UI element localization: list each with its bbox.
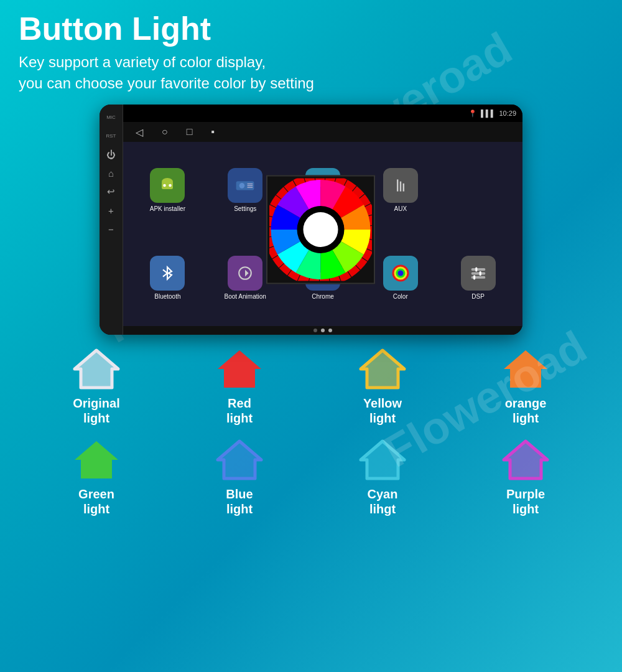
rst-label: RST <box>105 129 118 142</box>
screen: 📍 ▌▌▌ 10:29 ◁ ○ □ ▪ APK install <box>123 105 522 335</box>
color-label: Color <box>393 293 408 300</box>
svg-point-32 <box>304 212 338 247</box>
svg-marker-38 <box>504 350 547 388</box>
dot-3 <box>328 329 332 332</box>
settings-label: Settings <box>234 205 256 212</box>
page-dots <box>123 326 522 335</box>
house-icon-blue <box>215 438 264 482</box>
lights-section: Original light Redlight Yellowlight oran… <box>0 335 622 523</box>
svg-rect-4 <box>164 179 165 182</box>
boot-animation-icon <box>228 256 262 291</box>
recents-nav-icon[interactable]: □ <box>187 126 193 138</box>
status-bar: 📍 ▌▌▌ 10:29 <box>123 105 522 122</box>
cyan-light-label: Cyanlihgt <box>368 487 398 516</box>
svg-point-7 <box>239 183 245 189</box>
house-icon-original <box>72 347 121 391</box>
subtitle-line1: Key support a variety of color display, <box>19 54 266 70</box>
status-right: 📍 ▌▌▌ 10:29 <box>468 110 516 118</box>
signal-icon: ▌▌▌ <box>481 110 495 117</box>
svg-rect-27 <box>475 268 477 272</box>
dsp-icon <box>461 256 496 291</box>
settings-icon <box>228 168 262 203</box>
dot-2 <box>321 329 325 332</box>
home-button[interactable]: ⌂ <box>105 167 118 179</box>
subtitle-line2: you can choose your favorite color by se… <box>19 75 314 91</box>
yellow-light-label: Yellowlight <box>363 396 402 426</box>
purple-light-label: Purplelight <box>506 487 545 516</box>
nav-bar: ◁ ○ □ ▪ <box>123 122 522 142</box>
light-orange: orangelight <box>454 347 597 426</box>
boot-animation-label: Boot Animation <box>225 293 266 300</box>
svg-point-3 <box>169 184 172 187</box>
side-buttons-panel: MIC RST ⏻ ⌂ ↩ + − <box>100 105 123 335</box>
aux-label: AUX <box>394 205 407 212</box>
app-empty <box>441 148 515 232</box>
dsp-label: DSP <box>471 293 485 300</box>
back-nav-icon[interactable]: ◁ <box>136 126 143 138</box>
app-grid: APK installer Settings 360° 360° View <box>123 142 522 326</box>
house-icon-cyan <box>358 438 407 482</box>
svg-marker-37 <box>361 350 404 388</box>
app-dsp[interactable]: DSP <box>441 236 515 320</box>
original-light-label: Original light <box>73 396 120 426</box>
blue-light-label: Bluelight <box>226 487 253 516</box>
menu-nav-icon[interactable]: ▪ <box>211 126 215 138</box>
svg-point-23 <box>397 271 403 276</box>
device-container: MIC RST ⏻ ⌂ ↩ + − 📍 ▌▌▌ 10:29 ◁ ○ □ <box>0 105 622 335</box>
apk-installer-icon <box>150 168 185 203</box>
car-radio-device: MIC RST ⏻ ⌂ ↩ + − 📍 ▌▌▌ 10:29 ◁ ○ □ <box>100 105 522 335</box>
svg-rect-5 <box>170 179 171 182</box>
svg-marker-45 <box>504 441 547 478</box>
light-cyan: Cyanlihgt <box>311 438 454 516</box>
red-light-label: Redlight <box>226 396 253 426</box>
bluetooth-icon <box>150 256 185 291</box>
light-red: Redlight <box>168 347 311 426</box>
page-title: Button Light <box>19 11 603 47</box>
location-icon: 📍 <box>468 110 477 118</box>
svg-rect-29 <box>473 276 475 280</box>
svg-marker-35 <box>218 350 261 388</box>
house-icon-purple <box>501 438 550 482</box>
house-icon-orange <box>501 347 550 391</box>
time-display: 10:29 <box>499 110 516 117</box>
svg-marker-43 <box>361 441 404 478</box>
vol-up-button[interactable]: + <box>105 204 118 217</box>
svg-point-2 <box>164 184 167 187</box>
house-icon-red <box>215 347 264 391</box>
orange-light-label: orangelight <box>505 396 547 426</box>
light-original: Original light <box>25 347 168 426</box>
apk-installer-label: APK installer <box>150 205 185 212</box>
svg-marker-34 <box>75 350 118 388</box>
subtitle: Key support a variety of color display, … <box>19 52 603 93</box>
dot-1 <box>313 329 317 332</box>
app-apk-installer[interactable]: APK installer <box>131 148 205 232</box>
bluetooth-label: Bluetooth <box>154 293 180 300</box>
mic-label: MIC <box>105 111 118 123</box>
light-green: Greenlight <box>25 438 168 516</box>
color-icon <box>383 256 418 291</box>
house-icon-green <box>72 438 121 482</box>
power-button[interactable]: ⏻ <box>105 148 118 161</box>
svg-marker-41 <box>218 441 261 478</box>
svg-rect-24 <box>471 268 485 271</box>
back-button[interactable]: ↩ <box>105 185 118 198</box>
svg-rect-25 <box>471 273 485 275</box>
vol-down-button[interactable]: − <box>105 223 118 235</box>
svg-marker-17 <box>245 270 249 277</box>
chrome-label: Chrome <box>312 293 334 300</box>
svg-rect-28 <box>479 271 481 276</box>
color-wheel-overlay[interactable] <box>266 175 375 284</box>
light-blue: Bluelight <box>168 438 311 516</box>
light-yellow: Yellowlight <box>311 347 454 426</box>
app-bluetooth[interactable]: Bluetooth <box>131 236 205 320</box>
aux-icon <box>383 168 418 203</box>
home-nav-icon[interactable]: ○ <box>162 126 168 138</box>
svg-marker-39 <box>75 441 118 478</box>
light-purple: Purplelight <box>454 438 597 516</box>
green-light-label: Greenlight <box>78 487 114 516</box>
house-icon-yellow <box>358 347 407 391</box>
header: Button Light Key support a variety of co… <box>0 0 622 98</box>
